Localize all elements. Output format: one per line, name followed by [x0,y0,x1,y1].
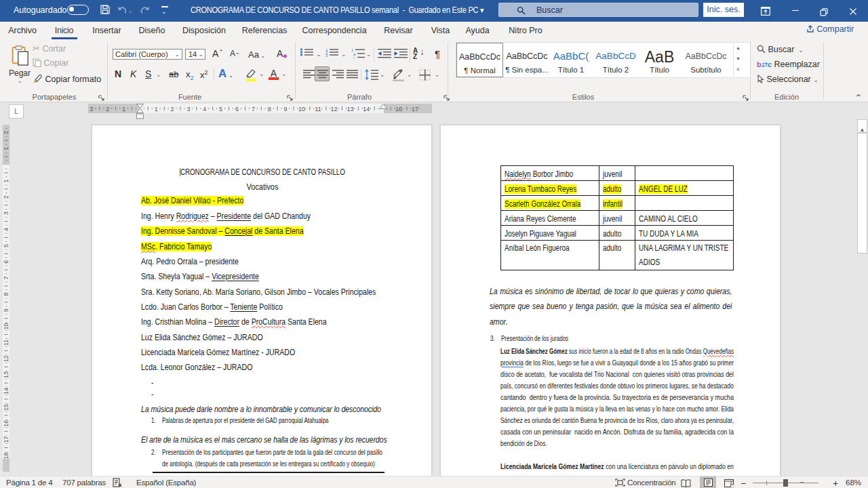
svg-text:18: 18 [3,452,9,459]
svg-text:12: 12 [331,106,338,113]
svg-text:17: 17 [412,106,418,113]
svg-text:10: 10 [298,106,305,113]
svg-text:7: 7 [252,106,255,113]
svg-text:16: 16 [3,420,9,427]
svg-text:i: i [353,56,354,60]
svg-text:10: 10 [3,323,9,330]
svg-text:2: 2 [3,131,9,134]
svg-text:11: 11 [3,340,9,346]
svg-text:16: 16 [395,106,402,113]
svg-text:5: 5 [219,106,222,113]
svg-text:3: 3 [90,106,93,113]
svg-text:6: 6 [235,106,239,113]
svg-text:14: 14 [363,106,370,113]
svg-text:15: 15 [3,404,9,411]
svg-text:1: 1 [155,106,158,113]
svg-text:1: 1 [3,179,9,182]
svg-text:1: 1 [3,147,9,150]
svg-text:17: 17 [3,436,9,443]
svg-text:13: 13 [3,371,9,378]
svg-text:2: 2 [171,106,174,113]
svg-text:8: 8 [3,292,9,296]
svg-text:2: 2 [106,106,109,113]
svg-text:8: 8 [268,106,271,113]
svg-text:2: 2 [3,195,9,199]
svg-text:3: 3 [3,211,9,215]
svg-text:14: 14 [3,388,9,394]
svg-text:4: 4 [203,106,206,113]
svg-text:9: 9 [3,308,9,312]
svg-text:7: 7 [3,277,9,280]
svg-text:3: 3 [326,54,328,58]
svg-text:11: 11 [315,106,321,113]
svg-text:12: 12 [3,355,9,362]
svg-text:3: 3 [186,106,190,113]
svg-text:4: 4 [3,228,9,231]
svg-text:1: 1 [122,106,125,113]
svg-text:6: 6 [3,260,9,264]
svg-text:9: 9 [284,106,288,113]
svg-text:5: 5 [3,244,9,247]
svg-text:13: 13 [347,106,353,113]
